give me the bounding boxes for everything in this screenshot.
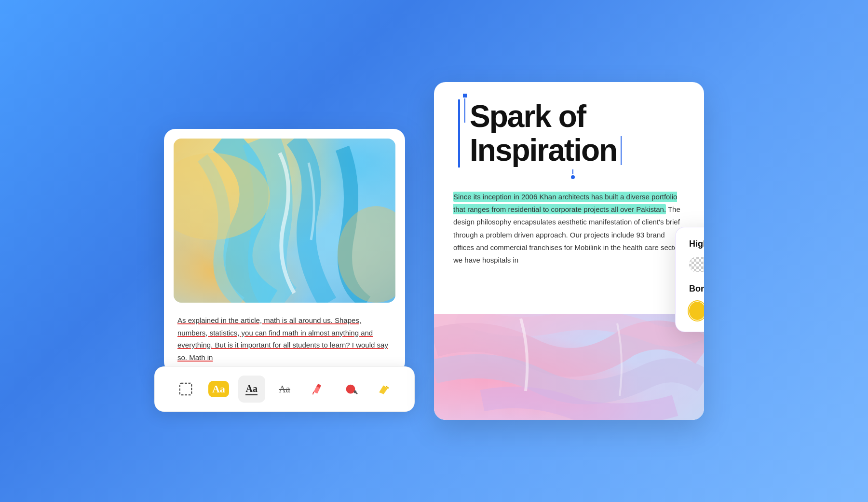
marble-svg: [174, 139, 395, 303]
svg-line-3: [313, 392, 314, 395]
underlined-text-1: As explained in the article, math is all…: [177, 316, 388, 362]
body-text: Since its inception in 2006 Khan archite…: [453, 191, 685, 267]
cursor-right: [621, 136, 622, 165]
pink-marble-svg: [434, 314, 704, 420]
highlighter-icon: [310, 382, 325, 396]
slider-checkerboard: [689, 257, 704, 272]
selection-icon: [178, 382, 193, 396]
svg-point-5: [353, 390, 356, 393]
text-underline-button[interactable]: Aa: [238, 376, 265, 403]
cursor-bottom: [461, 169, 685, 179]
eraser-button[interactable]: [370, 376, 397, 403]
text-underline-icon: Aa: [245, 383, 257, 395]
record-icon: [343, 382, 358, 396]
left-card: As explained in the article, math is all…: [164, 129, 405, 373]
highlighter-button[interactable]: [304, 376, 331, 403]
highlight-popup: Highlight Border: [675, 227, 704, 332]
text-strikethrough-button[interactable]: Aa: [271, 376, 298, 403]
border-label: Border: [689, 284, 704, 294]
marble-image: [174, 139, 395, 303]
text-strikethrough-icon: Aa: [279, 384, 290, 395]
right-card: Spark of Inspiration Since its inception…: [434, 82, 704, 420]
highlight-slider-container[interactable]: [689, 257, 704, 272]
slider-track[interactable]: [689, 257, 704, 272]
svg-rect-2: [180, 383, 191, 395]
bottom-image: [434, 314, 704, 420]
main-container: As explained in the article, math is all…: [145, 63, 723, 439]
title-line1: Spark of: [470, 99, 685, 133]
body-paragraph: As explained in the article, math is all…: [177, 314, 392, 363]
toolbar: Aa Aa Aa: [154, 366, 415, 412]
card-image: [174, 139, 395, 303]
color-swatches: [689, 302, 704, 320]
highlighted-text: Since its inception in 2006 Khan archite…: [453, 192, 677, 214]
svg-point-4: [346, 385, 355, 394]
text-format-yellow-icon: Aa: [208, 381, 229, 397]
text-format-yellow-button[interactable]: Aa: [205, 376, 232, 403]
popup-title: Highlight: [689, 239, 704, 249]
pink-marble-bg: [434, 314, 704, 420]
eraser-icon: [376, 382, 391, 396]
left-card-text: As explained in the article, math is all…: [174, 314, 395, 363]
selection-tool-button[interactable]: [172, 376, 199, 403]
title-line2: Inspiration: [470, 133, 685, 167]
record-button[interactable]: [337, 376, 364, 403]
spark-title: Spark of Inspiration: [458, 99, 685, 167]
cursor-top: [463, 94, 467, 123]
color-swatch-yellow[interactable]: [689, 302, 704, 320]
title-section: Spark of Inspiration: [453, 99, 685, 179]
